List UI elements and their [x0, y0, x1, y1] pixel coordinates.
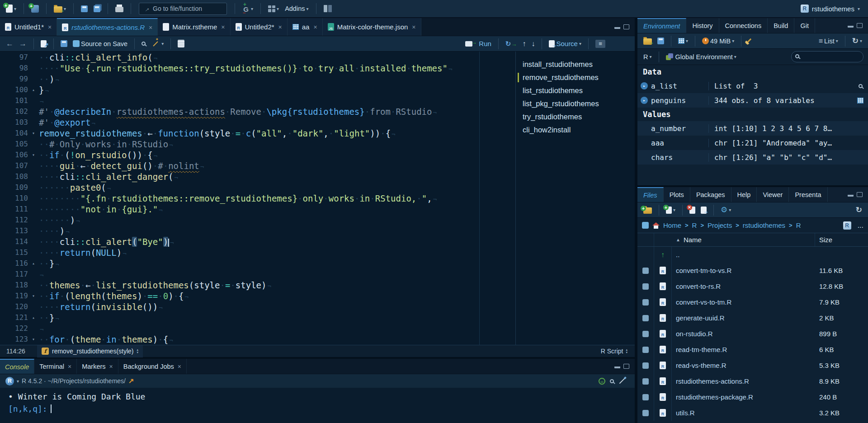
breadcrumb-item[interactable]: R — [796, 221, 801, 229]
tab-files[interactable]: Files — [637, 187, 664, 202]
fold-marker-icon[interactable]: ▾ — [28, 150, 39, 160]
file-name-label[interactable]: rstudiothemes-package.R — [676, 393, 753, 401]
file-checkbox[interactable] — [642, 283, 649, 290]
workspace-panes-button[interactable]: ▾ — [267, 2, 280, 15]
tab-help[interactable]: Help — [731, 187, 757, 202]
maximize-pane-icon[interactable] — [623, 24, 629, 29]
file-name-label[interactable]: on-rstudio.R — [676, 330, 713, 338]
outline-item[interactable]: install_rstudiothemes — [516, 58, 635, 71]
env-row[interactable]: a_numberint [1:10] 1 2 3 4 5 6 7 8… — [637, 121, 868, 136]
rerun-button[interactable]: ↻ — [504, 38, 519, 50]
file-row[interactable]: Ron-rstudio.R899 B — [637, 326, 868, 342]
editor-tab[interactable]: RUntitled1*× — [0, 18, 57, 36]
file-name-label[interactable]: utils.R — [676, 409, 695, 417]
file-checkbox[interactable] — [642, 347, 649, 353]
fold-marker-icon[interactable]: ▴ — [28, 85, 39, 95]
file-checkbox[interactable] — [642, 299, 649, 306]
tab-presenta[interactable]: Presenta — [789, 187, 827, 202]
file-row[interactable]: Rread-tm-theme.R6 KB — [637, 342, 868, 357]
maximize-pane-icon[interactable] — [623, 364, 629, 369]
file-name-label[interactable]: convert-tm-to-vs.R — [676, 267, 731, 274]
close-icon[interactable]: × — [149, 24, 152, 31]
working-directory[interactable]: ~/R/Projects/rstudiothemes/ — [48, 377, 126, 385]
close-icon[interactable]: × — [412, 24, 415, 31]
display-mode-selector[interactable]: ≡List▾ — [817, 35, 840, 47]
clear-workspace-button[interactable] — [747, 35, 751, 47]
refresh-files-button[interactable]: ↻ — [854, 204, 863, 216]
file-checkbox[interactable] — [642, 394, 649, 400]
console-output[interactable]: • Winter is Coming Dark Blue [n,k,q]: — [0, 388, 635, 418]
maximize-pane-icon[interactable] — [857, 192, 863, 197]
source-button[interactable]: →Source▾ — [547, 38, 583, 50]
addins-button[interactable]: Addins▾ — [283, 2, 310, 15]
file-checkbox[interactable] — [642, 410, 649, 416]
minimize-pane-icon[interactable] — [614, 25, 620, 29]
magnifier-button[interactable] — [853, 84, 868, 88]
document-outline-button[interactable]: ≡ — [594, 38, 607, 50]
file-row[interactable]: Rread-vs-theme.R5.3 KB — [637, 357, 868, 373]
close-icon[interactable]: × — [278, 24, 282, 31]
tab-environment[interactable]: Environment — [637, 18, 686, 33]
profiler-icon[interactable]: ∞ — [599, 378, 605, 385]
delete-file-button[interactable]: ✕ — [688, 204, 697, 216]
open-file-button[interactable]: →▾ — [52, 2, 67, 15]
editor-tab[interactable]: Matrix.rstheme× — [158, 18, 230, 36]
outline-item[interactable]: list_pkg_rstudiothemes — [516, 97, 635, 110]
table-button[interactable] — [853, 98, 868, 103]
save-source-button[interactable] — [59, 38, 69, 50]
env-row[interactable]: ▸penguins344 obs. of 8 variables — [637, 93, 868, 108]
file-name-label[interactable]: rstudiothemes-actions.R — [676, 377, 749, 385]
new-project-button[interactable]: + — [30, 2, 40, 15]
file-row[interactable]: Rconvert-vs-to-tm.R7.9 KB — [637, 294, 868, 310]
popout-button[interactable]: ↗ — [39, 38, 48, 50]
tab-connections[interactable]: Connections — [719, 18, 768, 33]
breadcrumb-ellipsis[interactable]: ... — [858, 221, 863, 230]
tab-plots[interactable]: Plots — [664, 187, 690, 202]
editor-tab[interactable]: RUntitled2*× — [231, 18, 288, 36]
env-row[interactable]: aaachr [1:21] "Andromeda" "ay… — [637, 136, 868, 150]
fold-marker-icon[interactable]: ▾ — [28, 128, 39, 139]
code-editor[interactable]: 97··cli::cli_alert_info(¬98····"Use·{.ru… — [0, 52, 635, 345]
breadcrumb-item[interactable]: rstudiothemes — [743, 221, 785, 229]
open-directory-icon[interactable]: ↗ — [128, 377, 134, 385]
file-row[interactable]: Rconvert-tm-to-vs.R11.6 KB — [637, 263, 868, 278]
file-name-label[interactable]: generate-uuid.R — [676, 314, 725, 322]
code-tools-button[interactable]: ▾ — [150, 38, 165, 50]
print-button[interactable] — [114, 2, 125, 15]
new-file-button[interactable]: +▾ — [5, 2, 18, 15]
version-control-button[interactable]: G▾ — [241, 2, 255, 15]
expand-button[interactable]: ▸ — [637, 82, 651, 89]
scope-selector[interactable]: f remove_rstudiothemes(style) ▴▾ — [37, 345, 143, 357]
project-folder-icon[interactable]: R — [843, 221, 851, 230]
minimize-pane-icon[interactable] — [848, 193, 854, 197]
file-checkbox[interactable] — [642, 315, 649, 321]
environment-search[interactable] — [791, 51, 863, 62]
breadcrumb-item[interactable]: Projects — [708, 221, 732, 229]
tab-git[interactable]: Git — [794, 18, 815, 33]
tab-history[interactable]: History — [686, 18, 719, 33]
file-checkbox[interactable] — [642, 331, 649, 337]
minimize-pane-icon[interactable] — [848, 24, 854, 28]
file-checkbox[interactable] — [642, 362, 649, 369]
environment-selector[interactable]: Global Environment▾ — [665, 51, 738, 63]
file-row[interactable]: Rrstudiothemes-package.R240 B — [637, 389, 868, 405]
file-name-label[interactable]: convert-to-rs.R — [676, 282, 721, 290]
new-folder-button[interactable]: + — [642, 204, 653, 216]
env-row[interactable]: ▸a_listList of 3 — [637, 79, 868, 93]
more-file-commands-button[interactable]: ⚙▾ — [719, 204, 732, 216]
fold-marker-icon[interactable]: ▴ — [28, 312, 39, 323]
close-icon[interactable]: × — [221, 24, 225, 31]
tab-viewer[interactable]: Viewer — [757, 187, 789, 202]
close-icon[interactable]: × — [109, 363, 113, 370]
maximize-pane-icon[interactable] — [857, 23, 863, 28]
goto-file-input[interactable] — [139, 3, 227, 15]
file-row[interactable]: Rconvert-to-rs.R12.8 KB — [637, 278, 868, 294]
file-row[interactable]: Rgenerate-uuid.R2 KB — [637, 310, 868, 326]
file-name-label[interactable]: convert-vs-to-tm.R — [676, 298, 731, 306]
minimize-pane-icon[interactable] — [614, 365, 620, 368]
editor-tab[interactable]: aa× — [288, 18, 323, 36]
close-icon[interactable]: × — [48, 24, 52, 31]
r-logo-icon[interactable]: R — [5, 377, 14, 385]
close-icon[interactable]: × — [313, 24, 317, 31]
run-button[interactable]: Run — [464, 38, 493, 50]
